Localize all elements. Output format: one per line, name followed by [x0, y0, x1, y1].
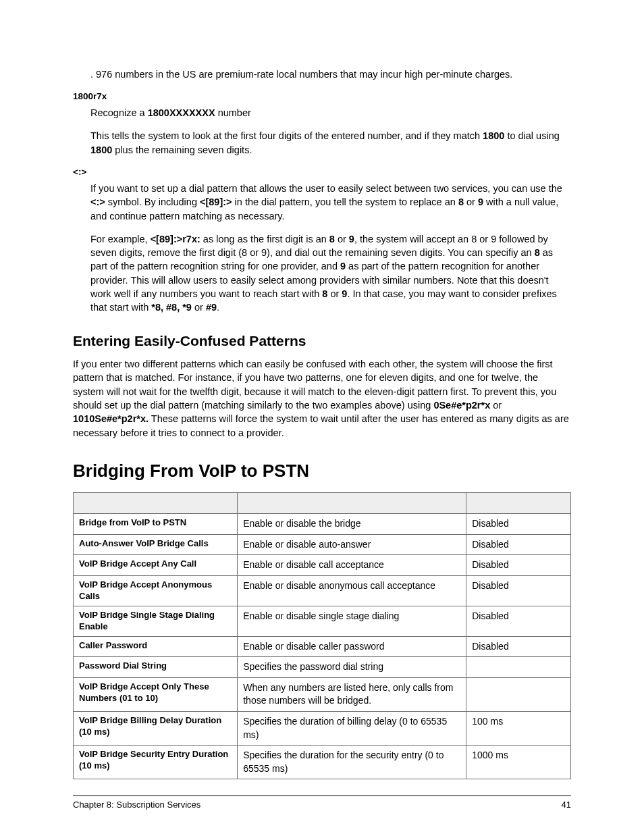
bold-span: 9 — [349, 234, 354, 244]
recognize-line: Recognize a 1800XXXXXXX number — [90, 106, 571, 120]
table-cell-default: Disabled — [466, 514, 571, 535]
bold-span: 0Se#e*p2r*x — [433, 400, 490, 411]
text-span: Recognize a — [90, 107, 148, 118]
bold-span: <[89]:> — [200, 197, 232, 207]
table-row: Password Dial StringSpecifies the passwo… — [74, 657, 571, 678]
table-cell-name: VoIP Bridge Accept Anonymous Calls — [74, 575, 238, 606]
table-cell-name: VoIP Bridge Accept Only These Numbers (0… — [74, 677, 238, 711]
table-row: VoIP Bridge Billing Delay Duration (10 m… — [74, 711, 571, 745]
table-cell-desc: Specifies the duration of billing delay … — [238, 711, 466, 745]
bold-span: 9 — [340, 261, 346, 271]
table-cell-default: 1000 ms — [466, 746, 571, 779]
table-cell-default: Disabled — [466, 575, 571, 606]
text-span: . — [217, 302, 219, 313]
table-row: Caller PasswordEnable or disable caller … — [74, 636, 571, 657]
text-span: symbol. By including — [105, 197, 200, 207]
table-cell-desc: Enable or disable caller password — [238, 636, 466, 657]
table-cell-name: VoIP Bridge Single Stage Dialing Enable — [74, 606, 238, 636]
table-row: Bridge from VoIP to PSTNEnable or disabl… — [74, 514, 571, 535]
table-cell-name: Caller Password — [74, 636, 238, 657]
table-cell-desc: Enable or disable auto-answer — [238, 534, 466, 555]
table-header-cell — [466, 493, 571, 514]
bold-span: 1800XXXXXXX — [148, 107, 215, 118]
bold-span: 9 — [478, 197, 483, 207]
bridging-table: Bridge from VoIP to PSTNEnable or disabl… — [73, 492, 571, 779]
text-span: or — [335, 234, 349, 244]
table-row: Auto-Answer VoIP Bridge CallsEnable or d… — [74, 534, 571, 555]
table-row: VoIP Bridge Security Entry Duration (10 … — [74, 746, 571, 779]
text-span: This tells the system to look at the fir… — [90, 130, 483, 141]
text-span: or — [327, 288, 342, 299]
bold-span: 8 — [329, 234, 335, 244]
footer-page-number: 41 — [562, 799, 571, 811]
table-cell-default: Disabled — [466, 555, 571, 576]
heading-confused-patterns: Entering Easily-Confused Patterns — [73, 331, 571, 350]
table-row: VoIP Bridge Accept Anonymous CallsEnable… — [74, 575, 571, 606]
table-cell-desc: Enable or disable call acceptance — [238, 555, 466, 576]
table-cell-desc: Enable or disable the bridge — [238, 514, 466, 535]
table-cell-default — [466, 677, 571, 711]
text-span: If you want to set up a dial pattern tha… — [90, 183, 562, 194]
text-span: or — [192, 302, 206, 313]
table-cell-name: VoIP Bridge Security Entry Duration (10 … — [74, 746, 238, 779]
table-cell-default — [466, 657, 571, 678]
text-span: number — [215, 107, 251, 118]
table-header-cell — [238, 493, 466, 514]
bold-span: 8 — [458, 197, 464, 207]
table-cell-default: Disabled — [466, 636, 571, 657]
table-cell-desc: Enable or disable anonymous call accepta… — [238, 575, 466, 606]
colon-paragraph-1: If you want to set up a dial pattern tha… — [90, 182, 571, 223]
text-span: as long as the first digit is an — [200, 234, 329, 244]
table-cell-desc: Specifies the duration for the security … — [238, 746, 466, 779]
bold-span: <[89]:>r7x: — [151, 234, 200, 244]
bold-span: 1800 — [90, 145, 112, 155]
text-span: or — [464, 197, 478, 207]
bold-span: #9 — [206, 302, 217, 313]
confused-paragraph: If you enter two different patterns whic… — [73, 357, 571, 440]
page-footer: Chapter 8: Subscription Services 41 — [73, 796, 571, 811]
table-cell-name: VoIP Bridge Accept Any Call — [74, 555, 238, 576]
text-span: to dial using — [504, 130, 559, 141]
heading-bridging: Bridging From VoIP to PSTN — [73, 459, 571, 483]
table-header-cell — [74, 493, 238, 514]
table-cell-desc: Enable or disable single stage dialing — [238, 606, 466, 636]
table-row: VoIP Bridge Accept Only These Numbers (0… — [74, 677, 571, 711]
table-cell-desc: Specifies the password dial string — [238, 657, 466, 678]
colon-paragraph-2: For example, <[89]:>r7x: as long as the … — [90, 232, 571, 315]
bold-span: <:> — [90, 197, 105, 207]
table-header-row — [74, 493, 571, 514]
1800-explanation: This tells the system to look at the fir… — [90, 129, 571, 157]
table-cell-name: Bridge from VoIP to PSTN — [74, 514, 238, 535]
table-cell-name: VoIP Bridge Billing Delay Duration (10 m… — [74, 711, 238, 745]
text-span: in the dial pattern, you tell the system… — [232, 197, 458, 207]
table-cell-default: Disabled — [466, 534, 571, 555]
footer-chapter: Chapter 8: Subscription Services — [73, 800, 200, 810]
table-cell-default: 100 ms — [466, 711, 571, 745]
table-row: VoIP Bridge Accept Any CallEnable or dis… — [74, 555, 571, 576]
bold-span: *8, #8, *9 — [151, 302, 192, 313]
table-cell-desc: When any numbers are listed here, only c… — [238, 677, 466, 711]
pattern-label-1800r7x: 1800r7x — [73, 90, 571, 103]
bold-span: 1010Se#e*p2r*x. — [73, 413, 149, 424]
table-cell-default: Disabled — [466, 606, 571, 636]
bold-span: 8 — [535, 247, 540, 258]
table-cell-name: Password Dial String — [74, 657, 238, 678]
table-row: VoIP Bridge Single Stage Dialing EnableE… — [74, 606, 571, 636]
table-cell-name: Auto-Answer VoIP Bridge Calls — [74, 534, 238, 555]
text-span: plus the remaining seven digits. — [112, 145, 252, 155]
pattern-label-colon: <:> — [73, 166, 571, 179]
text-span: For example, — [90, 234, 151, 244]
intro-paragraph: . 976 numbers in the US are premium-rate… — [90, 68, 571, 81]
text-span: or — [490, 400, 502, 411]
bold-span: 1800 — [483, 130, 504, 141]
